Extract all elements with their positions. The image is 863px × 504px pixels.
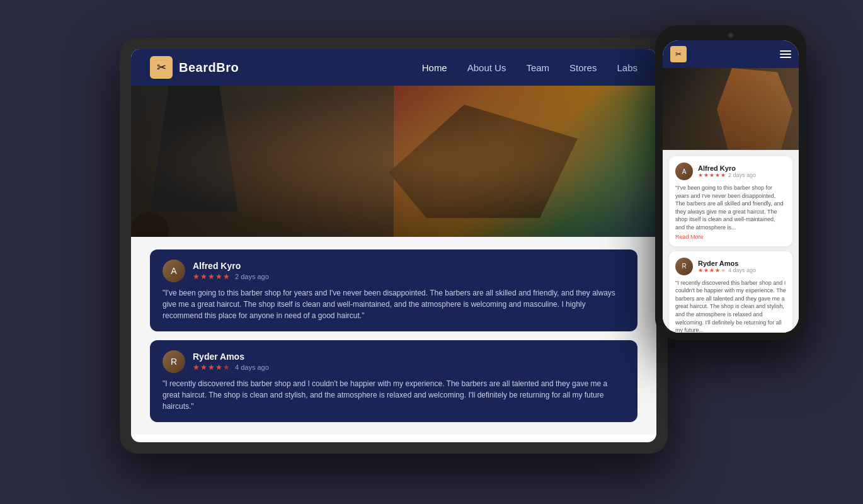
review-text-2: "I recently discovered this barber shop …	[163, 378, 625, 412]
star-2: ★	[200, 272, 207, 281]
review-text-1: "I've been going to this barber shop for…	[163, 287, 625, 321]
p-star-3: ★	[709, 172, 714, 178]
phone-review-text-1: "I've been going to this barber shop for…	[675, 184, 786, 232]
nav-link-team[interactable]: Team	[526, 62, 549, 73]
phone-review-text-2: "I recently discovered this barber shop …	[675, 279, 786, 333]
nav-link-stores[interactable]: Stores	[569, 62, 597, 73]
phone-hero-image	[663, 68, 799, 150]
phone-review-header-1: A Alfred Kyro ★ ★ ★ ★ ★	[675, 163, 786, 180]
star-r3: ★	[208, 363, 215, 372]
review-header-2: R Ryder Amos ★ ★ ★ ★ ★	[163, 350, 625, 373]
p-star-r1: ★	[698, 267, 703, 273]
scene: ✂ BeardBro Home About Us Team Stores Lab…	[0, 0, 863, 504]
tablet-nav-links: Home About Us Team Stores Labs	[422, 62, 637, 73]
phone-avatar-ryder: R	[675, 258, 693, 275]
phone-date-2: 4 days ago	[728, 267, 756, 273]
phone-date-1: 2 days ago	[728, 172, 756, 178]
phone-navbar: ✂	[663, 40, 799, 68]
star-4: ★	[215, 272, 222, 281]
phone-reviews-section: A Alfred Kyro ★ ★ ★ ★ ★	[663, 150, 799, 333]
tablet-review-card-2: R Ryder Amos ★ ★ ★ ★ ★	[150, 340, 637, 422]
p-star-r3: ★	[709, 267, 714, 273]
star-r5: ★	[223, 363, 230, 372]
p-star-5: ★	[721, 172, 726, 178]
phone-reviewer-info-2: Ryder Amos ★ ★ ★ ★ ★ 4 days ago	[698, 260, 756, 273]
phone-review-card-1: A Alfred Kyro ★ ★ ★ ★ ★	[669, 156, 792, 246]
tablet-hero-image	[131, 86, 656, 237]
reviewer-info-2: Ryder Amos ★ ★ ★ ★ ★ 4 days ago	[193, 352, 625, 372]
review-date-1: 2 days ago	[235, 273, 269, 280]
nav-link-labs[interactable]: Labs	[617, 62, 637, 73]
phone-camera	[728, 33, 733, 38]
star-3: ★	[208, 272, 215, 281]
phone-reviewer-info-1: Alfred Kyro ★ ★ ★ ★ ★ 2 days ago	[698, 164, 756, 178]
scissors-icon: ✂	[157, 60, 166, 74]
brand-icon: ✂	[150, 56, 173, 79]
brand-name: BeardBro	[179, 60, 239, 75]
hamburger-menu[interactable]	[780, 50, 791, 58]
tablet-screen: ✂ BeardBro Home About Us Team Stores Lab…	[131, 49, 656, 442]
hamburger-line-1	[780, 50, 791, 52]
review-header-1: A Alfred Kyro ★ ★ ★ ★ ★	[163, 260, 625, 282]
read-more-link-1[interactable]: Read More	[675, 234, 786, 240]
phone-reviewer-meta-2: ★ ★ ★ ★ ★ 4 days ago	[698, 267, 756, 273]
tablet-review-card-1: A Alfred Kyro ★ ★ ★ ★ ★	[150, 249, 637, 331]
reviewer-name-1: Alfred Kyro	[193, 261, 625, 271]
phone-device: ✂ A Alfre	[655, 25, 806, 340]
phone-avatar-alfred: A	[675, 163, 693, 180]
star-r4: ★	[215, 363, 222, 372]
p-star-1: ★	[698, 172, 703, 178]
phone-brand-icon: ✂	[670, 46, 687, 62]
phone-scissors-icon: ✂	[675, 50, 682, 59]
phone-reviewer-meta-1: ★ ★ ★ ★ ★ 2 days ago	[698, 172, 756, 178]
avatar-alfred: A	[163, 260, 185, 282]
phone-review-header-2: R Ryder Amos ★ ★ ★ ★ ★	[675, 258, 786, 275]
tablet-brand: ✂ BeardBro	[150, 56, 239, 79]
reviewer-meta-1: ★ ★ ★ ★ ★ 2 days ago	[193, 272, 625, 281]
phone-screen: ✂ A Alfre	[663, 40, 799, 333]
phone-stars-1: ★ ★ ★ ★ ★	[698, 172, 726, 178]
phone-reviewer-name-2: Ryder Amos	[698, 260, 756, 267]
star-1: ★	[193, 272, 200, 281]
star-5: ★	[223, 272, 230, 281]
tablet-navbar: ✂ BeardBro Home About Us Team Stores Lab…	[131, 49, 656, 86]
p-star-r2: ★	[704, 267, 709, 273]
p-star-2: ★	[704, 172, 709, 178]
reviewer-info-1: Alfred Kyro ★ ★ ★ ★ ★ 2 days ago	[193, 261, 625, 281]
hamburger-line-2	[780, 54, 791, 55]
tablet-device: ✂ BeardBro Home About Us Team Stores Lab…	[120, 38, 668, 454]
nav-link-about[interactable]: About Us	[467, 62, 506, 73]
phone-reviewer-name-1: Alfred Kyro	[698, 164, 756, 172]
phone-review-card-2: R Ryder Amos ★ ★ ★ ★ ★	[669, 251, 792, 333]
avatar-ryder: R	[163, 350, 185, 373]
stars-1: ★ ★ ★ ★ ★	[193, 272, 230, 281]
p-star-4: ★	[715, 172, 720, 178]
hamburger-line-3	[780, 57, 791, 58]
tablet-reviews-section: A Alfred Kyro ★ ★ ★ ★ ★	[131, 237, 656, 435]
reviewer-meta-2: ★ ★ ★ ★ ★ 4 days ago	[193, 363, 625, 372]
stars-2: ★ ★ ★ ★ ★	[193, 363, 230, 372]
hero-overlay	[131, 86, 656, 237]
nav-link-home[interactable]: Home	[422, 62, 447, 73]
star-r2: ★	[200, 363, 207, 372]
p-star-r4: ★	[715, 267, 720, 273]
phone-stars-2: ★ ★ ★ ★ ★	[698, 267, 726, 273]
review-date-2: 4 days ago	[235, 364, 269, 371]
star-r1: ★	[193, 363, 200, 372]
reviewer-name-2: Ryder Amos	[193, 352, 625, 362]
p-star-r5: ★	[721, 267, 726, 273]
phone-hero-overlay	[663, 68, 799, 150]
